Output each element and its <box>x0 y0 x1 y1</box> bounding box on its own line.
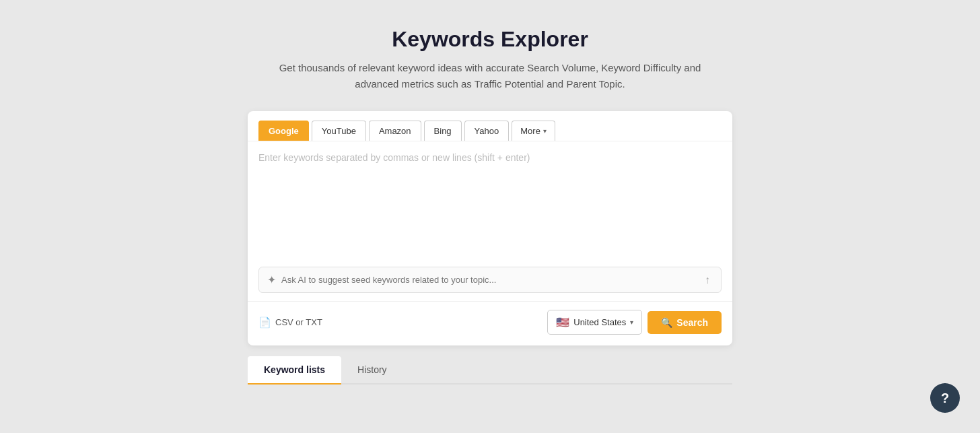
tab-more-label: More <box>520 126 540 136</box>
keyword-input-area <box>248 141 732 267</box>
page-subtitle: Get thousands of relevant keyword ideas … <box>268 60 712 92</box>
ai-send-button[interactable]: ↑ <box>702 274 713 286</box>
main-card: Google YouTube Amazon Bing Yahoo More ▾ … <box>248 111 732 345</box>
country-name: United States <box>573 317 626 327</box>
bottom-row: 📄 CSV or TXT 🇺🇸 United States ▾ 🔍 Search <box>248 301 732 345</box>
tab-yahoo[interactable]: Yahoo <box>464 121 510 141</box>
help-button[interactable]: ? <box>930 383 960 413</box>
right-actions: 🇺🇸 United States ▾ 🔍 Search <box>547 310 722 335</box>
search-engine-tabs: Google YouTube Amazon Bing Yahoo More ▾ <box>248 111 732 141</box>
country-selector-button[interactable]: 🇺🇸 United States ▾ <box>547 310 642 335</box>
file-icon: 📄 <box>258 317 271 329</box>
ai-suggest-input[interactable] <box>281 275 702 285</box>
tab-more[interactable]: More ▾ <box>512 121 555 141</box>
search-button-label: Search <box>676 317 708 328</box>
ai-input-row: ✦ ↑ <box>258 267 722 293</box>
tab-amazon[interactable]: Amazon <box>369 121 421 141</box>
tab-youtube[interactable]: YouTube <box>312 121 366 141</box>
tab-bing[interactable]: Bing <box>424 121 462 141</box>
search-icon: 🔍 <box>661 317 672 328</box>
tab-google[interactable]: Google <box>258 121 309 141</box>
chevron-down-icon: ▾ <box>543 127 547 135</box>
tab-keyword-lists[interactable]: Keyword lists <box>248 356 341 385</box>
csv-upload-button[interactable]: 📄 CSV or TXT <box>258 317 322 329</box>
keywords-textarea[interactable] <box>258 152 722 253</box>
page-title: Keywords Explorer <box>268 27 712 52</box>
bottom-tabs: Keyword lists History <box>248 356 732 385</box>
country-chevron-icon: ▾ <box>630 319 633 326</box>
csv-label: CSV or TXT <box>275 317 322 327</box>
header-section: Keywords Explorer Get thousands of relev… <box>268 27 712 92</box>
search-button[interactable]: 🔍 Search <box>648 311 722 334</box>
tab-history[interactable]: History <box>341 356 403 385</box>
ai-sparkle-icon: ✦ <box>267 273 276 286</box>
flag-icon: 🇺🇸 <box>556 316 569 329</box>
page-container: Keywords Explorer Get thousands of relev… <box>13 27 967 385</box>
